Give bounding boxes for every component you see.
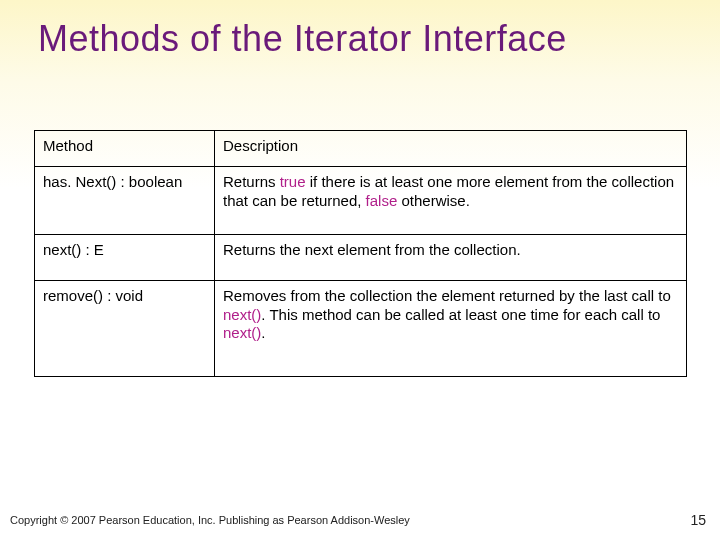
- keyword-next-call-2: next(): [223, 324, 261, 341]
- table-row: next() : E Returns the next element from…: [35, 234, 687, 280]
- keyword-next-call-1: next(): [223, 306, 261, 323]
- iterator-methods-table: Method Description has. Next() : boolean…: [34, 130, 687, 377]
- cell-desc-next: Returns the next element from the collec…: [215, 234, 687, 280]
- cell-desc-remove: Removes from the collection the element …: [215, 280, 687, 376]
- text-fragment: Returns: [223, 173, 280, 190]
- table-header-row: Method Description: [35, 131, 687, 167]
- cell-method-next: next() : E: [35, 234, 215, 280]
- text-fragment: otherwise.: [397, 192, 470, 209]
- table-row: has. Next() : boolean Returns true if th…: [35, 166, 687, 234]
- copyright-footer: Copyright © 2007 Pearson Education, Inc.…: [10, 514, 410, 526]
- cell-method-remove: remove() : void: [35, 280, 215, 376]
- table-row: remove() : void Removes from the collect…: [35, 280, 687, 376]
- text-fragment: . This method can be called at least one…: [261, 306, 660, 323]
- keyword-true: true: [280, 173, 306, 190]
- header-method: Method: [35, 131, 215, 167]
- keyword-false: false: [366, 192, 398, 209]
- page-title: Methods of the Iterator Interface: [0, 0, 720, 60]
- text-fragment: .: [261, 324, 265, 341]
- cell-method-hasnext: has. Next() : boolean: [35, 166, 215, 234]
- cell-desc-hasnext: Returns true if there is at least one mo…: [215, 166, 687, 234]
- page-number: 15: [690, 512, 706, 528]
- text-fragment: Removes from the collection the element …: [223, 287, 671, 304]
- header-description: Description: [215, 131, 687, 167]
